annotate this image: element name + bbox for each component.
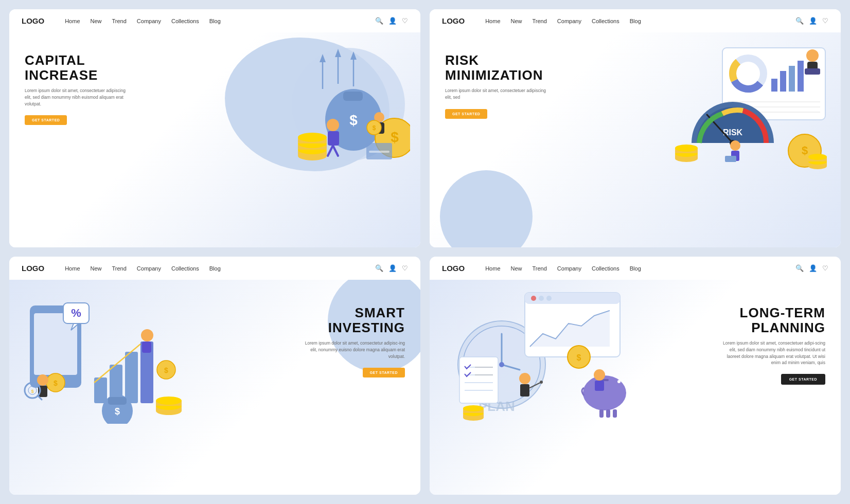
card-smart-investing: LOGO Home New Trend Company Collections … <box>9 257 420 495</box>
svg-text:$: $ <box>802 144 808 157</box>
nav-links-3: Home New Trend Company Collections Blog <box>65 265 375 272</box>
card4-cta[interactable]: GET STARTED <box>781 374 825 385</box>
nav-blog-1[interactable]: Blog <box>209 18 221 24</box>
card1-content: CAPITAL INCREASE Lorem ipsum dolor sit a… <box>25 53 128 125</box>
svg-point-123 <box>463 405 484 411</box>
svg-text:$: $ <box>115 406 120 417</box>
svg-rect-118 <box>595 381 604 391</box>
card3-title: SMART INVESTING <box>302 305 405 335</box>
card3-desc: Lorem ipsum dolor sit amet, consectetur … <box>302 340 405 359</box>
navbar-2: LOGO Home New Trend Company Collections … <box>430 9 841 32</box>
nav-new-2[interactable]: New <box>511 18 522 24</box>
nav-trend-1[interactable]: Trend <box>112 18 127 24</box>
svg-point-89 <box>156 397 182 405</box>
heart-icon-1[interactable]: ♡ <box>402 17 408 25</box>
search-icon-1[interactable]: 🔍 <box>375 17 383 25</box>
user-icon-2[interactable]: 👤 <box>809 17 817 25</box>
card-long-term-planning: LOGO Home New Trend Company Collections … <box>430 257 841 495</box>
nav-icons-4: 🔍 👤 ♡ <box>795 264 828 272</box>
nav-trend-4[interactable]: Trend <box>533 265 547 272</box>
nav-trend-2[interactable]: Trend <box>533 18 547 24</box>
search-icon-2[interactable]: 🔍 <box>795 17 804 25</box>
svg-text:$: $ <box>349 112 358 128</box>
nav-blog-3[interactable]: Blog <box>209 265 221 272</box>
logo-2: LOGO <box>442 16 465 25</box>
svg-point-112 <box>617 380 621 383</box>
card3-content: SMART INVESTING Lorem ipsum dolor sit am… <box>302 305 405 377</box>
card3-cta[interactable]: GET STARTED <box>363 368 405 377</box>
svg-text:$: $ <box>31 389 33 394</box>
card2-content: RISK MINIMIZATION Lorem ipsum dolor sit … <box>445 53 548 119</box>
nav-icons-3: 🔍 👤 ♡ <box>375 264 408 272</box>
svg-point-117 <box>594 369 605 381</box>
search-icon-4[interactable]: 🔍 <box>795 264 804 272</box>
search-icon-3[interactable]: 🔍 <box>375 264 383 272</box>
nav-home-2[interactable]: Home <box>485 18 500 24</box>
heart-icon-4[interactable]: ♡ <box>822 264 828 272</box>
svg-text:$: $ <box>164 366 168 374</box>
nav-links-2: Home New Trend Company Collections Blog <box>485 18 795 24</box>
nav-collections-4[interactable]: Collections <box>592 265 619 272</box>
svg-point-60 <box>808 154 827 160</box>
svg-point-72 <box>141 329 153 341</box>
nav-home-3[interactable]: Home <box>65 265 80 272</box>
nav-new-1[interactable]: New <box>91 18 102 24</box>
svg-point-17 <box>327 119 339 131</box>
nav-trend-3[interactable]: Trend <box>112 265 127 272</box>
svg-rect-114 <box>606 409 610 418</box>
nav-company-2[interactable]: Company <box>557 18 581 24</box>
card2-title: RISK MINIMIZATION <box>445 53 548 82</box>
nav-collections-3[interactable]: Collections <box>171 265 199 272</box>
logo-3: LOGO <box>22 264 44 273</box>
nav-company-1[interactable]: Company <box>137 18 161 24</box>
nav-icons-2: 🔍 👤 ♡ <box>795 17 828 25</box>
nav-home-1[interactable]: Home <box>65 18 80 24</box>
card3-illustration: $ % $ $ <box>14 285 210 424</box>
user-icon-3[interactable]: 👤 <box>388 264 397 272</box>
svg-rect-42 <box>805 68 820 75</box>
svg-text:%: % <box>71 307 81 319</box>
svg-point-98 <box>531 296 536 301</box>
nav-blog-4[interactable]: Blog <box>630 265 641 272</box>
svg-point-124 <box>519 373 530 384</box>
svg-rect-36 <box>798 61 804 92</box>
svg-rect-77 <box>108 397 127 405</box>
nav-collections-1[interactable]: Collections <box>171 18 199 24</box>
card4-title: LONG-TERM PLANNING <box>722 305 825 335</box>
heart-icon-2[interactable]: ♡ <box>822 17 828 25</box>
card1-desc: Lorem ipsum dolor sit amet, consectetuer… <box>25 87 128 107</box>
nav-blog-2[interactable]: Blog <box>630 18 641 24</box>
card2-cta[interactable]: GET STARTED <box>445 109 487 119</box>
svg-rect-33 <box>771 79 777 92</box>
nav-company-4[interactable]: Company <box>557 265 581 272</box>
navbar-4: LOGO Home New Trend Company Collections … <box>430 257 841 280</box>
svg-rect-115 <box>613 409 617 418</box>
svg-rect-125 <box>520 384 529 397</box>
card4-body: LONG-TERM PLANNING Lorem ipsum dolor sit… <box>430 280 841 495</box>
svg-point-40 <box>806 49 819 62</box>
nav-home-4[interactable]: Home <box>485 265 500 272</box>
svg-text:$: $ <box>54 379 58 387</box>
svg-text:$: $ <box>391 129 399 145</box>
nav-new-4[interactable]: New <box>511 265 522 272</box>
navbar-3: LOGO Home New Trend Company Collections … <box>9 257 420 280</box>
nav-collections-2[interactable]: Collections <box>592 18 619 24</box>
nav-company-3[interactable]: Company <box>137 265 161 272</box>
card1-cta[interactable]: GET STARTED <box>25 115 67 125</box>
logo-1: LOGO <box>22 16 44 25</box>
nav-new-3[interactable]: New <box>91 265 102 272</box>
svg-rect-18 <box>328 131 339 146</box>
svg-rect-70 <box>125 352 138 403</box>
svg-rect-2 <box>343 92 363 101</box>
heart-icon-3[interactable]: ♡ <box>402 264 408 272</box>
card2-illustration: RISK $ <box>640 40 836 179</box>
navbar-1: LOGO Home New Trend Company Collections … <box>9 9 420 32</box>
user-icon-1[interactable]: 👤 <box>388 17 397 25</box>
user-icon-4[interactable]: 👤 <box>809 264 817 272</box>
nav-icons-1: 🔍 👤 ♡ <box>375 17 408 25</box>
svg-rect-35 <box>789 66 795 92</box>
card3-body: SMART INVESTING Lorem ipsum dolor sit am… <box>9 280 420 495</box>
svg-point-94 <box>499 362 504 367</box>
svg-point-51 <box>730 140 740 151</box>
svg-point-79 <box>37 374 48 386</box>
